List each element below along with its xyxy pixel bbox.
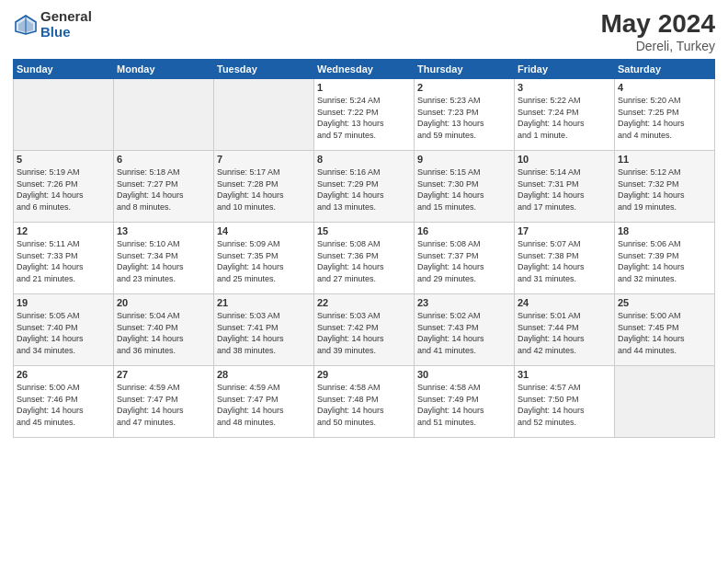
calendar-week-1: 1Sunrise: 5:24 AM Sunset: 7:22 PM Daylig… [14, 79, 715, 151]
calendar-cell: 29Sunrise: 4:58 AM Sunset: 7:48 PM Dayli… [314, 366, 415, 438]
calendar-cell: 22Sunrise: 5:03 AM Sunset: 7:42 PM Dayli… [314, 294, 415, 366]
weekday-header-row: Sunday Monday Tuesday Wednesday Thursday… [14, 60, 715, 79]
location: Dereli, Turkey [600, 39, 715, 53]
day-number: 5 [17, 154, 110, 165]
day-number: 25 [618, 297, 711, 308]
calendar-page: General Blue May 2024 Dereli, Turkey Sun… [0, 0, 728, 563]
day-number: 16 [417, 225, 511, 236]
day-info: Sunrise: 4:58 AM Sunset: 7:49 PM Dayligh… [417, 382, 511, 428]
calendar-cell [114, 79, 214, 151]
logo: General Blue [13, 9, 92, 40]
day-info: Sunrise: 5:20 AM Sunset: 7:25 PM Dayligh… [618, 95, 711, 141]
day-number: 31 [518, 369, 611, 380]
day-info: Sunrise: 5:04 AM Sunset: 7:40 PM Dayligh… [117, 310, 210, 356]
day-info: Sunrise: 4:58 AM Sunset: 7:48 PM Dayligh… [317, 382, 411, 428]
calendar-cell [615, 366, 715, 438]
day-number: 29 [317, 369, 411, 380]
calendar-cell: 7Sunrise: 5:17 AM Sunset: 7:28 PM Daylig… [214, 151, 314, 223]
day-info: Sunrise: 5:15 AM Sunset: 7:30 PM Dayligh… [417, 167, 511, 213]
calendar-cell: 2Sunrise: 5:23 AM Sunset: 7:23 PM Daylig… [415, 79, 515, 151]
day-info: Sunrise: 5:02 AM Sunset: 7:43 PM Dayligh… [417, 310, 511, 356]
day-number: 24 [518, 297, 611, 308]
day-number: 10 [518, 154, 611, 165]
calendar-cell: 6Sunrise: 5:18 AM Sunset: 7:27 PM Daylig… [114, 151, 214, 223]
calendar-cell: 20Sunrise: 5:04 AM Sunset: 7:40 PM Dayli… [114, 294, 214, 366]
calendar-cell: 15Sunrise: 5:08 AM Sunset: 7:36 PM Dayli… [314, 223, 415, 294]
day-number: 11 [618, 154, 711, 165]
title-block: May 2024 Dereli, Turkey [600, 9, 715, 53]
day-number: 8 [317, 154, 411, 165]
day-info: Sunrise: 5:12 AM Sunset: 7:32 PM Dayligh… [618, 167, 711, 213]
day-number: 1 [317, 82, 411, 93]
day-info: Sunrise: 5:03 AM Sunset: 7:41 PM Dayligh… [217, 310, 311, 356]
header-friday: Friday [515, 60, 615, 79]
header-wednesday: Wednesday [314, 60, 415, 79]
day-number: 2 [417, 82, 511, 93]
day-number: 20 [117, 297, 210, 308]
day-info: Sunrise: 5:16 AM Sunset: 7:29 PM Dayligh… [317, 167, 411, 213]
day-info: Sunrise: 5:07 AM Sunset: 7:38 PM Dayligh… [518, 238, 611, 284]
header-monday: Monday [114, 60, 214, 79]
day-number: 27 [117, 369, 210, 380]
day-info: Sunrise: 5:19 AM Sunset: 7:26 PM Dayligh… [17, 167, 110, 213]
logo-general-text: General [40, 9, 92, 25]
calendar-cell: 12Sunrise: 5:11 AM Sunset: 7:33 PM Dayli… [14, 223, 114, 294]
day-number: 19 [17, 297, 110, 308]
calendar-cell: 10Sunrise: 5:14 AM Sunset: 7:31 PM Dayli… [515, 151, 615, 223]
day-info: Sunrise: 5:08 AM Sunset: 7:37 PM Dayligh… [417, 238, 511, 284]
calendar-week-4: 19Sunrise: 5:05 AM Sunset: 7:40 PM Dayli… [14, 294, 715, 366]
day-number: 22 [317, 297, 411, 308]
month-year: May 2024 [600, 9, 715, 39]
calendar-cell: 24Sunrise: 5:01 AM Sunset: 7:44 PM Dayli… [515, 294, 615, 366]
day-number: 21 [217, 297, 311, 308]
calendar-cell: 31Sunrise: 4:57 AM Sunset: 7:50 PM Dayli… [515, 366, 615, 438]
calendar-cell: 26Sunrise: 5:00 AM Sunset: 7:46 PM Dayli… [14, 366, 114, 438]
calendar-cell: 5Sunrise: 5:19 AM Sunset: 7:26 PM Daylig… [14, 151, 114, 223]
day-number: 4 [618, 82, 711, 93]
day-number: 14 [217, 225, 311, 236]
day-number: 30 [417, 369, 511, 380]
calendar-cell: 11Sunrise: 5:12 AM Sunset: 7:32 PM Dayli… [615, 151, 715, 223]
day-info: Sunrise: 5:06 AM Sunset: 7:39 PM Dayligh… [618, 238, 711, 284]
day-number: 3 [518, 82, 611, 93]
header: General Blue May 2024 Dereli, Turkey [13, 9, 715, 53]
calendar-cell: 16Sunrise: 5:08 AM Sunset: 7:37 PM Dayli… [415, 223, 515, 294]
day-number: 7 [217, 154, 311, 165]
calendar-table: Sunday Monday Tuesday Wednesday Thursday… [13, 59, 715, 438]
day-info: Sunrise: 4:57 AM Sunset: 7:50 PM Dayligh… [518, 382, 611, 428]
calendar-cell: 14Sunrise: 5:09 AM Sunset: 7:35 PM Dayli… [214, 223, 314, 294]
day-info: Sunrise: 4:59 AM Sunset: 7:47 PM Dayligh… [117, 382, 210, 428]
calendar-cell: 23Sunrise: 5:02 AM Sunset: 7:43 PM Dayli… [415, 294, 515, 366]
day-number: 18 [618, 225, 711, 236]
day-number: 13 [117, 225, 210, 236]
day-info: Sunrise: 5:05 AM Sunset: 7:40 PM Dayligh… [17, 310, 110, 356]
day-info: Sunrise: 5:24 AM Sunset: 7:22 PM Dayligh… [317, 95, 411, 141]
calendar-cell: 8Sunrise: 5:16 AM Sunset: 7:29 PM Daylig… [314, 151, 415, 223]
day-info: Sunrise: 5:01 AM Sunset: 7:44 PM Dayligh… [518, 310, 611, 356]
day-info: Sunrise: 5:03 AM Sunset: 7:42 PM Dayligh… [317, 310, 411, 356]
header-saturday: Saturday [615, 60, 715, 79]
day-info: Sunrise: 5:14 AM Sunset: 7:31 PM Dayligh… [518, 167, 611, 213]
calendar-cell [14, 79, 114, 151]
logo-text: General Blue [40, 9, 92, 40]
calendar-week-2: 5Sunrise: 5:19 AM Sunset: 7:26 PM Daylig… [14, 151, 715, 223]
calendar-cell: 17Sunrise: 5:07 AM Sunset: 7:38 PM Dayli… [515, 223, 615, 294]
calendar-week-5: 26Sunrise: 5:00 AM Sunset: 7:46 PM Dayli… [14, 366, 715, 438]
day-info: Sunrise: 5:10 AM Sunset: 7:34 PM Dayligh… [117, 238, 210, 284]
day-info: Sunrise: 5:23 AM Sunset: 7:23 PM Dayligh… [417, 95, 511, 141]
calendar-cell: 18Sunrise: 5:06 AM Sunset: 7:39 PM Dayli… [615, 223, 715, 294]
day-number: 12 [17, 225, 110, 236]
day-number: 6 [117, 154, 210, 165]
day-info: Sunrise: 5:22 AM Sunset: 7:24 PM Dayligh… [518, 95, 611, 141]
header-thursday: Thursday [415, 60, 515, 79]
calendar-cell: 28Sunrise: 4:59 AM Sunset: 7:47 PM Dayli… [214, 366, 314, 438]
logo-icon [13, 12, 39, 38]
calendar-cell: 3Sunrise: 5:22 AM Sunset: 7:24 PM Daylig… [515, 79, 615, 151]
day-number: 17 [518, 225, 611, 236]
calendar-cell: 13Sunrise: 5:10 AM Sunset: 7:34 PM Dayli… [114, 223, 214, 294]
header-sunday: Sunday [14, 60, 114, 79]
header-tuesday: Tuesday [214, 60, 314, 79]
day-number: 23 [417, 297, 511, 308]
day-info: Sunrise: 5:11 AM Sunset: 7:33 PM Dayligh… [17, 238, 110, 284]
day-number: 26 [17, 369, 110, 380]
